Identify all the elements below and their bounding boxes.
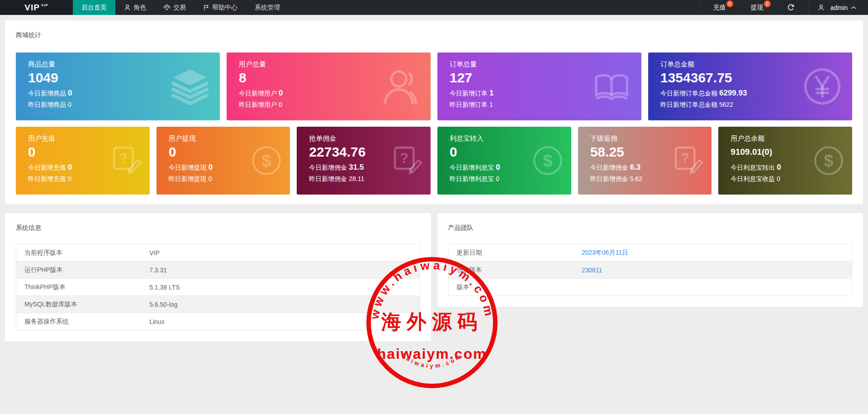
app-logo[interactable]: VIPVIP <box>0 0 73 15</box>
product-team-label: 当前版本 <box>448 262 574 279</box>
product-team-label: 版本 <box>448 279 574 296</box>
card-title: 抢单佣金 <box>309 134 431 143</box>
action-label: 提现 <box>751 4 764 12</box>
system-info-label: MySQL数据库版本 <box>16 296 142 313</box>
action-withdraw-button[interactable]: 提现0 <box>738 0 776 15</box>
system-info-label: 服务器操作系统 <box>16 313 142 330</box>
menu-item-trade[interactable]: 交易 <box>155 0 194 15</box>
shop-stats-panel: 商城统计 商品总量1049今日新增商品0昨日新增商品0用户总量8今日新增用户0昨… <box>5 20 863 204</box>
dollar-circle-icon: $ <box>531 144 564 177</box>
open-book-icon <box>592 67 631 106</box>
stat-card-interest-in: 利息宝转入0今日新增利息宝0昨日新增利息宝0$ <box>437 127 571 195</box>
stat-cards-row-1: 商品总量1049今日新增商品0昨日新增商品0用户总量8今日新增用户0昨日新增用户… <box>16 52 852 120</box>
user-name: admin <box>830 4 848 11</box>
svg-text:$: $ <box>543 151 552 170</box>
stat-cards-row-2: 用户充值0今日新增充值0昨日新增充值0?用户提现0今日新增提现0昨日新增提现0$… <box>16 127 852 195</box>
stat-card-user-recharge: 用户充值0今日新增充值0昨日新增充值0? <box>16 127 150 195</box>
svg-text:$: $ <box>824 151 834 170</box>
stat-card-grab-commission: 抢单佣金22734.76今日新增佣金31.5昨日新增佣金28.11? <box>297 127 431 195</box>
stat-card-order-amount: 订单总金额1354367.75今日新增订单总金额6299.93昨日新增订单总金额… <box>648 52 852 120</box>
main-menu: 后台首页角色交易帮助中心系统管理 <box>73 0 289 15</box>
system-info-value: Linux <box>141 313 420 330</box>
top-navbar: VIPVIP 后台首页角色交易帮助中心系统管理 充值0提现0 admin <box>0 0 868 15</box>
system-info-value: 5.1.38 LTS <box>141 279 420 296</box>
scales-icon <box>163 4 171 11</box>
chevron-up-icon <box>851 6 856 10</box>
product-team-row: 更新日期2023年06月11日 <box>448 244 852 262</box>
user-silhouette-icon <box>381 67 421 106</box>
svg-text:$: $ <box>262 151 271 170</box>
product-team-row: 版本 <box>448 279 852 296</box>
refresh-button[interactable] <box>776 0 808 15</box>
action-label: 充值 <box>713 4 726 12</box>
yen-circle-icon <box>802 67 842 106</box>
product-team-value-link[interactable]: 230611 <box>574 262 852 279</box>
logo-text: VIP <box>24 3 40 13</box>
order-edit-icon: ? <box>391 144 423 177</box>
card-title: 用户总余额 <box>730 134 852 143</box>
card-title: 用户充值 <box>28 134 150 143</box>
menu-item-system[interactable]: 系统管理 <box>246 0 289 15</box>
order-edit-icon: ? <box>110 144 142 177</box>
svg-text:?: ? <box>119 150 128 166</box>
flag-icon <box>203 4 209 11</box>
bottom-panels: 系统信息 当前程序版本VIP运行PHP版本7.3.31ThinkPHP版本5.1… <box>5 213 863 341</box>
system-info-row: 当前程序版本VIP <box>16 244 420 262</box>
card-title: 利息宝转入 <box>450 134 571 143</box>
stat-card-goods-total: 商品总量1049今日新增商品0昨日新增商品0 <box>16 52 220 120</box>
menu-item-label: 系统管理 <box>255 4 280 12</box>
notification-badge: 0 <box>726 0 733 7</box>
dollar-circle-icon: $ <box>250 144 283 177</box>
user-menu[interactable]: admin <box>808 0 868 15</box>
product-team-label: 更新日期 <box>448 244 574 262</box>
system-info-value: VIP <box>141 244 420 262</box>
card-title: 用户提现 <box>169 134 290 143</box>
system-info-row: 运行PHP版本7.3.31 <box>16 262 420 279</box>
notification-badge: 0 <box>764 0 771 7</box>
dollar-circle-icon: $ <box>812 144 845 177</box>
svg-text:?: ? <box>681 150 690 166</box>
logo-sup: VIP <box>41 3 48 7</box>
menu-item-label: 帮助中心 <box>212 4 237 12</box>
system-info-row: ThinkPHP版本5.1.38 LTS <box>16 279 420 296</box>
page-content: 商城统计 商品总量1049今日新增商品0昨日新增商品0用户总量8今日新增用户0昨… <box>0 15 868 341</box>
system-info-value: 7.3.31 <box>141 262 420 279</box>
stat-card-sub-rebate: 下级返佣58.25今日新增佣金6.3昨日新增佣金5.62? <box>578 127 712 195</box>
menu-item-home[interactable]: 后台首页 <box>73 0 115 15</box>
menu-item-label: 交易 <box>173 4 186 12</box>
stamp-domain-text: haiwaiym.com <box>377 346 487 362</box>
stat-card-order-total: 订单总量127今日新增订单1昨日新增订单1 <box>437 52 641 120</box>
action-recharge-button[interactable]: 充值0 <box>701 0 738 15</box>
layers-icon <box>170 67 210 106</box>
product-team-table: 更新日期2023年06月11日当前版本230611版本 <box>448 244 853 296</box>
stat-card-user-total: 用户总量8今日新增用户0昨日新增用户0 <box>227 52 431 120</box>
product-team-row: 当前版本230611 <box>448 262 852 279</box>
system-info-label: 运行PHP版本 <box>16 262 142 279</box>
product-team-value-link[interactable]: 2023年06月11日 <box>574 244 852 262</box>
refresh-icon <box>787 4 795 11</box>
card-title: 下级返佣 <box>590 134 712 143</box>
stat-card-user-withdraw: 用户提现0今日新增提现0昨日新增提现0$ <box>157 127 290 195</box>
user-icon <box>124 4 131 11</box>
system-info-value: 5.6.50-log <box>141 296 420 313</box>
navbar-right: 充值0提现0 admin <box>701 0 868 15</box>
menu-item-label: 后台首页 <box>81 4 107 12</box>
user-icon <box>818 4 825 11</box>
system-info-label: ThinkPHP版本 <box>16 279 142 296</box>
menu-item-label: 角色 <box>133 4 146 12</box>
menu-item-help[interactable]: 帮助中心 <box>194 0 246 15</box>
section-title-system-info: 系统信息 <box>16 224 420 232</box>
section-title-shop-stats: 商城统计 <box>16 31 852 39</box>
system-info-row: MySQL数据库版本5.6.50-log <box>16 296 420 313</box>
system-info-label: 当前程序版本 <box>16 244 142 262</box>
navbar-actions: 充值0提现0 <box>701 0 776 15</box>
menu-item-roles[interactable]: 角色 <box>115 0 155 15</box>
svg-text:?: ? <box>400 150 408 166</box>
section-title-product-team: 产品团队 <box>448 224 853 232</box>
order-edit-icon: ? <box>672 144 704 177</box>
system-info-panel: 系统信息 当前程序版本VIP运行PHP版本7.3.31ThinkPHP版本5.1… <box>5 213 431 341</box>
system-info-table: 当前程序版本VIP运行PHP版本7.3.31ThinkPHP版本5.1.38 L… <box>16 244 420 330</box>
stamp-bottom-arc-text: haiwaiym.com <box>400 352 464 369</box>
product-team-value <box>574 279 852 296</box>
system-info-row: 服务器操作系统Linux <box>16 313 420 330</box>
